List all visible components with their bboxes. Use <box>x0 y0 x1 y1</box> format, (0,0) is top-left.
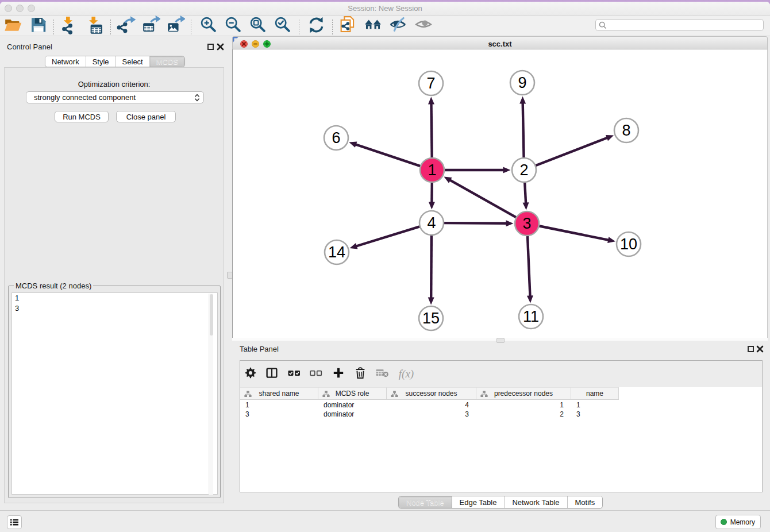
table-cell[interactable]: 3 <box>576 410 580 419</box>
zoom-fit-button[interactable] <box>248 17 268 35</box>
delete-table-button[interactable] <box>374 365 392 383</box>
table-row[interactable]: 3dominator323 <box>240 410 762 419</box>
first-neighbors-button[interactable] <box>363 17 383 35</box>
table-cell[interactable]: dominator <box>324 400 354 410</box>
table-row[interactable]: 1dominator411 <box>240 400 762 410</box>
table-cell[interactable]: 2 <box>560 410 564 419</box>
table-cell[interactable]: 4 <box>465 400 469 410</box>
graph-edge-1-7[interactable] <box>432 104 432 159</box>
create-column-button[interactable] <box>329 365 348 383</box>
table-tab-motifs[interactable]: Motifs <box>567 496 603 508</box>
graph-node-9[interactable]: 9 <box>510 71 534 95</box>
horizontal-splitter-handle[interactable] <box>496 338 505 343</box>
control-tab-style[interactable]: Style <box>86 56 116 67</box>
export-image-button[interactable] <box>165 17 186 35</box>
delete-table-icon <box>375 367 390 381</box>
run-mcds-button[interactable]: Run MCDS <box>55 111 109 122</box>
save-session-button[interactable] <box>28 17 48 35</box>
graph-edge-3-11[interactable] <box>528 235 530 296</box>
mcds-result-list[interactable]: 13 <box>11 292 218 495</box>
hide-selected-button[interactable] <box>388 17 409 35</box>
result-scrollbar-thumb[interactable] <box>210 294 213 336</box>
column-header-name[interactable]: name <box>571 387 619 400</box>
table-options-button[interactable] <box>241 365 260 383</box>
network-frame-titlebar[interactable]: scc.txt <box>232 36 768 49</box>
control-panel-float-button[interactable] <box>207 44 214 50</box>
column-header-MCDS-role[interactable]: MCDS role <box>318 387 387 400</box>
column-header-predecessor-nodes[interactable]: predecessor nodes <box>476 387 571 400</box>
table-panel-tabs: Node TableEdge TableNetwork TableMotifs <box>398 496 603 508</box>
export-table-button[interactable] <box>140 17 161 35</box>
criterion-select[interactable]: strongly connected component <box>26 91 204 103</box>
open-session-button[interactable] <box>2 17 23 35</box>
mcds-result-item[interactable]: 3 <box>12 303 217 314</box>
graph-edge-4-14[interactable] <box>356 226 421 246</box>
table-tab-edge-table[interactable]: Edge Table <box>452 496 505 508</box>
result-scrollbar[interactable] <box>209 294 213 495</box>
table-cell[interactable]: 1 <box>245 400 249 410</box>
import-table-button[interactable] <box>85 17 106 35</box>
control-panel-close-button[interactable] <box>217 43 224 51</box>
table-panel-close-button[interactable] <box>756 345 764 353</box>
export-image-icon <box>166 16 185 37</box>
graph-edge-2-3[interactable] <box>525 182 526 203</box>
table-tab-node-table[interactable]: Node Table <box>399 496 452 508</box>
graph-node-7[interactable]: 7 <box>419 71 443 95</box>
table-cell[interactable]: 3 <box>465 410 469 419</box>
column-header-successor-nodes[interactable]: successor nodes <box>387 387 476 400</box>
table-cell[interactable]: 3 <box>245 410 249 419</box>
graph-node-11[interactable]: 11 <box>519 304 543 329</box>
table-cell[interactable]: 1 <box>560 400 564 410</box>
table-cell[interactable]: 1 <box>576 400 580 410</box>
graph-node-3[interactable]: 3 <box>515 211 539 236</box>
graph-node-15[interactable]: 15 <box>419 306 443 330</box>
export-network-button[interactable] <box>116 17 136 35</box>
import-network-icon <box>60 16 79 37</box>
graph-node-4[interactable]: 4 <box>419 211 444 235</box>
apply-layout-button[interactable] <box>306 17 326 35</box>
select-all-button[interactable] <box>285 365 303 383</box>
control-tab-select[interactable]: Select <box>116 56 149 67</box>
graph-edge-1-6[interactable] <box>356 144 421 166</box>
table-panel-float-button[interactable] <box>748 346 754 352</box>
unselect-all-button[interactable] <box>307 365 325 383</box>
graph-node-14[interactable]: 14 <box>325 240 349 264</box>
graph-edge-2-8[interactable] <box>535 138 607 166</box>
network-from-clipboard-icon <box>338 15 357 37</box>
graph-edge-4-3[interactable] <box>443 223 507 223</box>
graph-node-2[interactable]: 2 <box>512 158 536 182</box>
search-input[interactable] <box>607 20 763 30</box>
delete-columns-button[interactable] <box>351 365 369 383</box>
function-builder-button[interactable]: f(x) <box>397 365 415 383</box>
zoom-selected-button[interactable] <box>272 17 293 35</box>
export-table-icon <box>141 16 160 37</box>
zoom-out-button[interactable] <box>223 17 244 35</box>
zoom-in-button[interactable] <box>198 17 219 35</box>
main-toolbar <box>0 16 770 36</box>
close-panel-button[interactable]: Close panel <box>116 111 176 122</box>
graph-node-1[interactable]: 1 <box>420 158 444 182</box>
control-tab-mcds[interactable]: MCDS <box>149 56 184 67</box>
show-all-button[interactable] <box>413 17 434 35</box>
mcds-result-item[interactable]: 1 <box>12 293 217 303</box>
graph-edge-2-9[interactable] <box>523 103 524 159</box>
table-tab-network-table[interactable]: Network Table <box>504 496 567 508</box>
task-history-button[interactable] <box>7 515 22 529</box>
graph-node-10[interactable]: 10 <box>617 232 641 256</box>
show-columns-button[interactable] <box>263 365 281 383</box>
toolbar-separator <box>191 20 191 34</box>
network-canvas[interactable]: 1 2 3 4 6 <box>232 49 768 338</box>
graph-edge-3-10[interactable] <box>538 226 609 240</box>
zoom-selected-icon <box>274 16 292 37</box>
table-cell[interactable]: dominator <box>324 410 354 419</box>
status-bar: Memory <box>0 510 770 532</box>
graph-node-6[interactable]: 6 <box>324 126 348 150</box>
memory-button[interactable]: Memory <box>715 515 761 529</box>
graph-edge-4-15[interactable] <box>431 234 432 298</box>
import-network-button[interactable] <box>59 17 80 35</box>
column-header-shared-name[interactable]: shared name <box>240 387 318 400</box>
control-tab-network[interactable]: Network <box>45 56 86 67</box>
graph-edge-3-1[interactable] <box>450 180 517 218</box>
graph-node-8[interactable]: 8 <box>614 118 638 142</box>
network-from-clipboard-button[interactable] <box>337 17 358 35</box>
